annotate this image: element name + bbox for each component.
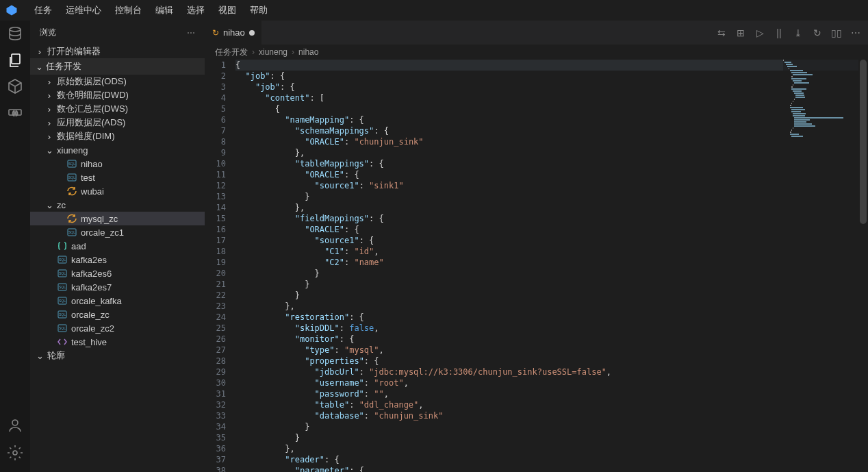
cube-icon[interactable] <box>7 78 23 95</box>
code-content[interactable]: { "job": { "job": { "content": [ { "name… <box>235 60 868 472</box>
menu-item[interactable]: 帮助 <box>243 1 275 19</box>
run-icon[interactable]: ▷ <box>754 27 765 38</box>
tree-item[interactable]: ⌄zc <box>30 198 205 212</box>
breadcrumb-separator-icon: › <box>252 47 255 57</box>
upload-icon[interactable]: ↻ <box>812 27 823 38</box>
sync-icon: ↻ <box>212 28 219 38</box>
breadcrumbs[interactable]: 任务开发 › xiuneng › nihao <box>205 45 868 60</box>
chevron-icon: › <box>45 104 53 114</box>
editor-area: ↻ nihao ⇆ ⊞ ▷ || ⤓ ↻ ▯▯ ⋯ 任务开发 › xiuneng… <box>205 21 868 472</box>
code-editor[interactable]: 1234567891011121314151617181920212223242… <box>205 60 868 472</box>
sql-icon: SQL <box>57 282 68 293</box>
brackets-icon <box>57 240 68 251</box>
chevron-down-icon: ⌄ <box>36 351 44 361</box>
database-icon[interactable] <box>7 26 23 42</box>
tree-item[interactable]: SQLkafka2es7 <box>30 280 205 294</box>
tree-item[interactable]: SQLkafka2es6 <box>30 266 205 280</box>
svg-text:SQL: SQL <box>59 258 66 262</box>
tree-item-label: orcale_kafka <box>71 296 122 306</box>
tree-item[interactable]: SQLnihao <box>30 157 205 171</box>
chevron-icon: › <box>45 77 53 87</box>
download-icon[interactable]: ⤓ <box>793 27 804 38</box>
sidebar-tree: › 打开的编辑器 ⌄ 任务开发 ›原始数据层(ODS)›数仓明细层(DWD)›数… <box>30 45 205 472</box>
sidebar-header: 浏览 ⋯ <box>30 21 205 45</box>
editor-actions: ⇆ ⊞ ▷ || ⤓ ↻ ▯▯ ⋯ <box>709 21 868 45</box>
menu-item[interactable]: 任务 <box>27 1 59 19</box>
sql-icon: SQL <box>57 309 68 320</box>
tree-item[interactable]: SQLorcale_zc1 <box>30 225 205 239</box>
svg-text:SQL: SQL <box>59 271 66 275</box>
app-logo-icon <box>5 4 18 16</box>
menubar: 任务运维中心控制台编辑选择视图帮助 <box>0 0 868 21</box>
task-dev-section[interactable]: ⌄ 任务开发 <box>30 58 205 75</box>
sidebar-more-icon[interactable]: ⋯ <box>187 28 195 38</box>
svg-text:SQL: SQL <box>59 285 66 289</box>
modified-dot-icon <box>249 30 255 36</box>
tree-item[interactable]: SQLorcale_kafka <box>30 294 205 308</box>
pause-icon[interactable]: || <box>774 27 784 38</box>
tree-item[interactable]: test_hive <box>30 335 205 349</box>
svg-point-4 <box>12 420 18 425</box>
tree-item-label: xiuneng <box>57 145 88 156</box>
tree-item-label: kafka2es7 <box>71 282 112 293</box>
scrollbar-thumb[interactable] <box>860 60 867 224</box>
svg-text:SQL: SQL <box>59 326 66 330</box>
sidebar: 浏览 ⋯ › 打开的编辑器 ⌄ 任务开发 ›原始数据层(ODS)›数仓明细层(D… <box>30 21 205 472</box>
settings-gear-icon[interactable] <box>7 445 23 461</box>
chevron-down-icon: ⌄ <box>36 62 43 72</box>
chevron-icon: ⌄ <box>45 145 53 156</box>
menu-item[interactable]: 运维中心 <box>59 1 108 19</box>
svg-text:SQL: SQL <box>59 312 66 316</box>
tree-item-label: orcale_zc <box>71 310 110 320</box>
account-icon[interactable] <box>7 417 23 434</box>
more-actions-icon[interactable]: ⋯ <box>850 27 861 38</box>
tree-item[interactable]: SQLorcale_zc <box>30 308 205 321</box>
svg-point-0 <box>10 27 21 32</box>
split-editor-icon[interactable]: ▯▯ <box>831 27 842 38</box>
swap-icon[interactable]: ⇆ <box>716 27 727 38</box>
tree-item-label: 数仓明细层(DWD) <box>57 89 129 101</box>
tree-item[interactable]: wubai <box>30 184 205 198</box>
tree-item[interactable]: ›原始数据层(ODS) <box>30 75 205 88</box>
svg-text:(x): (x) <box>12 110 18 116</box>
tree-item-label: 数据维度(DIM) <box>57 130 115 142</box>
tree-item[interactable]: mysql_zc <box>30 212 205 225</box>
sql-icon: SQL <box>57 254 68 265</box>
files-icon[interactable] <box>7 52 23 69</box>
tree-item[interactable]: aad <box>30 239 205 253</box>
tree-item-label: 数仓汇总层(DWS) <box>57 103 128 115</box>
open-editors-section[interactable]: › 打开的编辑器 <box>30 45 205 58</box>
menu-item[interactable]: 选择 <box>180 1 212 19</box>
tree-item-label: mysql_zc <box>81 214 118 224</box>
tab-nihao[interactable]: ↻ nihao <box>205 21 262 45</box>
tree-item[interactable]: SQLtest <box>30 171 205 184</box>
svg-point-5 <box>13 451 17 455</box>
tree-item[interactable]: ›数据维度(DIM) <box>30 129 205 143</box>
tree-item[interactable]: ⌄xiuneng <box>30 143 205 157</box>
tree-item-label: orcale_zc1 <box>81 227 124 238</box>
tree-item[interactable]: SQLkafka2es <box>30 253 205 266</box>
vertical-scrollbar[interactable] <box>858 60 868 472</box>
line-number-gutter: 1234567891011121314151617181920212223242… <box>205 60 235 472</box>
outline-section[interactable]: ⌄ 轮廓 <box>30 349 205 362</box>
tree-item[interactable]: ›数仓明细层(DWD) <box>30 88 205 102</box>
variables-icon[interactable]: (x) <box>7 104 23 121</box>
code-icon <box>57 336 68 347</box>
svg-text:SQL: SQL <box>59 299 66 303</box>
tree-item[interactable]: ›应用数据层(ADS) <box>30 116 205 129</box>
chevron-icon: › <box>45 118 53 128</box>
menu-item[interactable]: 视图 <box>212 1 243 19</box>
chevron-icon: ⌄ <box>45 200 53 210</box>
menu-item[interactable]: 编辑 <box>149 1 180 19</box>
tree-item[interactable]: SQLorcale_zc2 <box>30 321 205 335</box>
tree-item-label: nihao <box>81 159 103 169</box>
tree-item-label: zc <box>57 200 66 210</box>
tree-item-label: wubai <box>81 186 104 197</box>
tree-item-label: test_hive <box>71 337 107 347</box>
svg-rect-1 <box>12 54 20 64</box>
menu-item[interactable]: 控制台 <box>108 1 149 19</box>
tree-item[interactable]: ›数仓汇总层(DWS) <box>30 102 205 116</box>
new-tab-icon[interactable]: ⊞ <box>735 27 746 38</box>
tabs-bar: ↻ nihao ⇆ ⊞ ▷ || ⤓ ↻ ▯▯ ⋯ <box>205 21 868 45</box>
breadcrumb-separator-icon: › <box>292 47 294 57</box>
